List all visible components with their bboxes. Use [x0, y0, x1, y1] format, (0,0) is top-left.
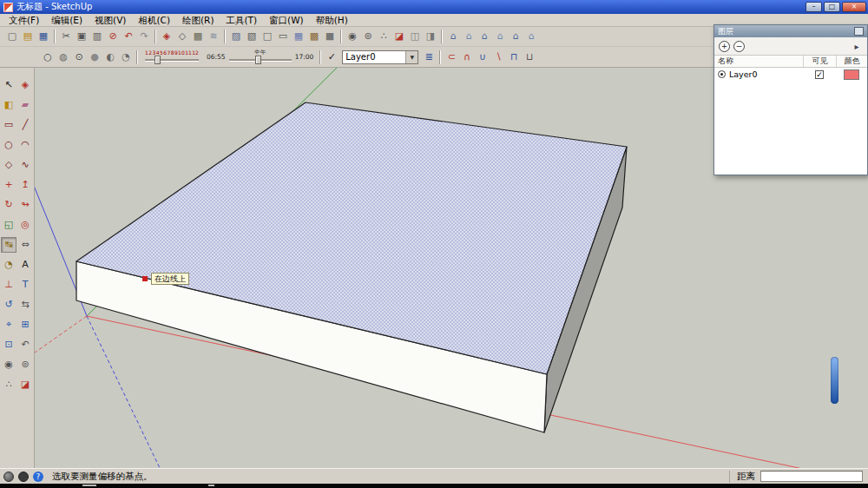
split-button[interactable]: ⊔: [522, 49, 537, 65]
follow-me-button[interactable]: ↬: [17, 197, 33, 213]
view-top-button[interactable]: ⌂: [461, 29, 477, 44]
make-group-button[interactable]: ◇: [174, 29, 190, 44]
ellipse-tool-button[interactable]: ◍: [56, 49, 71, 65]
section-plane-button[interactable]: ◪: [391, 29, 407, 44]
arc-button[interactable]: ◠: [17, 137, 33, 153]
menu-file[interactable]: 文件(F): [3, 14, 45, 26]
time-slider-track[interactable]: [229, 56, 292, 64]
measurement-input[interactable]: [760, 471, 863, 482]
layer-manager-button[interactable]: ≣: [421, 49, 437, 65]
rectangle-button[interactable]: ▭: [1, 117, 16, 133]
layer-combo-dropdown[interactable]: ▼: [405, 51, 418, 63]
date-slider-track[interactable]: [145, 56, 199, 64]
new-button[interactable]: ▢: [4, 29, 20, 44]
tape-measure-button[interactable]: ↹: [1, 237, 16, 253]
freehand-button[interactable]: ∿: [17, 157, 33, 173]
globe-icon[interactable]: [3, 472, 14, 482]
walk-button[interactable]: ∴: [376, 29, 391, 44]
outer-shell-button[interactable]: ⊂: [444, 49, 459, 65]
wireframe-button[interactable]: □: [260, 29, 275, 44]
layer-check-button[interactable]: ✓: [324, 49, 339, 65]
help-icon[interactable]: ?: [33, 472, 43, 482]
offset-button[interactable]: ◎: [17, 217, 33, 233]
menu-draw[interactable]: 绘图(R): [176, 14, 220, 26]
polygon-button[interactable]: ◇: [1, 157, 16, 173]
redo-button[interactable]: ↷: [136, 29, 152, 44]
circle-tool-button[interactable]: ○: [40, 49, 56, 65]
display-section-planes-button[interactable]: ◫: [407, 29, 423, 44]
text-button[interactable]: A: [17, 257, 33, 273]
cylinder-tool-button[interactable]: ⊙: [71, 49, 87, 65]
circle-button[interactable]: ○: [1, 137, 16, 153]
move-button[interactable]: +: [1, 177, 16, 193]
menu-edit[interactable]: 编辑(E): [45, 14, 89, 26]
look-around-button[interactable]: ⊚: [17, 357, 33, 373]
pan-button[interactable]: ⇆: [17, 297, 33, 313]
shadows-toggle-button[interactable]: ▩: [190, 29, 206, 44]
zoom-window-button[interactable]: ⊞: [17, 317, 33, 333]
previous-button[interactable]: ↶: [17, 337, 33, 353]
cut-button[interactable]: ✂: [58, 29, 74, 44]
date-slider-thumb[interactable]: [155, 56, 161, 64]
position-camera-button[interactable]: ◉: [345, 29, 360, 44]
cone-tool-button[interactable]: ◐: [102, 49, 118, 65]
make-component-button[interactable]: ◈: [17, 77, 33, 93]
select-button[interactable]: ↖: [1, 77, 16, 93]
close-button[interactable]: ×: [842, 2, 866, 12]
pie-tool-button[interactable]: ◔: [118, 49, 134, 65]
view-right-button[interactable]: ⌂: [492, 29, 508, 44]
section-plane-button[interactable]: ◪: [17, 377, 33, 392]
eraser-button[interactable]: ▰: [17, 97, 33, 113]
menu-camera[interactable]: 相机(C): [132, 14, 176, 26]
open-button[interactable]: ▤: [20, 29, 36, 44]
view-iso-button[interactable]: ⌂: [445, 29, 461, 44]
remove-layer-button[interactable]: −: [733, 41, 745, 52]
layer-radio[interactable]: [718, 70, 726, 78]
protractor-button[interactable]: ◔: [1, 257, 16, 273]
back-edges-button[interactable]: ▧: [244, 29, 260, 44]
layer-combo[interactable]: Layer0 ▼: [342, 50, 418, 64]
axes-button[interactable]: ⊥: [1, 277, 16, 293]
zoom-extents-button[interactable]: ⊡: [1, 337, 16, 353]
push-pull-button[interactable]: ↥: [17, 177, 33, 193]
time-slider-thumb[interactable]: [255, 56, 261, 64]
dimension-button[interactable]: ⇔: [17, 237, 33, 253]
display-section-cuts-button[interactable]: ◨: [423, 29, 438, 44]
union-button[interactable]: ∪: [475, 49, 490, 65]
paint-bucket-button[interactable]: ◧: [1, 97, 16, 113]
maximize-button[interactable]: □: [824, 2, 840, 12]
menu-tools[interactable]: 工具(T): [220, 14, 263, 26]
info-icon[interactable]: [18, 472, 29, 482]
look-around-button[interactable]: ⊚: [360, 29, 376, 44]
paste-button[interactable]: ▥: [89, 29, 105, 44]
view-left-button[interactable]: ⌂: [523, 29, 539, 44]
layer-details-button[interactable]: ▸: [851, 41, 863, 52]
hidden-line-button[interactable]: ▭: [275, 29, 291, 44]
layer-row[interactable]: Layer0✓: [714, 68, 867, 81]
layer-color-swatch[interactable]: [844, 69, 859, 80]
orbit-button[interactable]: ↺: [1, 297, 16, 313]
walk-button[interactable]: ∴: [1, 377, 16, 392]
fog-toggle-button[interactable]: ≋: [206, 29, 221, 44]
erase-button[interactable]: ⊘: [105, 29, 121, 44]
subtract-button[interactable]: ∖: [490, 49, 506, 65]
copy-button[interactable]: ▣: [74, 29, 89, 44]
shaded-button[interactable]: ▦: [291, 29, 306, 44]
view-front-button[interactable]: ⌂: [477, 29, 492, 44]
scale-button[interactable]: ◱: [1, 217, 16, 233]
intersect-button[interactable]: ∩: [459, 49, 475, 65]
menu-help[interactable]: 帮助(H): [310, 14, 354, 26]
panel-collapse-button[interactable]: [854, 27, 864, 36]
zoom-button[interactable]: ⌖: [1, 317, 16, 333]
line-button[interactable]: ╱: [17, 117, 33, 133]
menu-view[interactable]: 视图(V): [89, 14, 132, 26]
monochrome-button[interactable]: ■: [322, 29, 338, 44]
sphere-tool-button[interactable]: ●: [87, 49, 102, 65]
trim-button[interactable]: ⊓: [506, 49, 522, 65]
position-camera-button[interactable]: ◉: [1, 357, 16, 373]
save-button[interactable]: ▦: [36, 29, 51, 44]
add-layer-button[interactable]: +: [719, 41, 730, 52]
textured-button[interactable]: ▩: [306, 29, 322, 44]
3d-text-button[interactable]: T: [17, 277, 33, 293]
rotate-button[interactable]: ↻: [1, 197, 16, 213]
